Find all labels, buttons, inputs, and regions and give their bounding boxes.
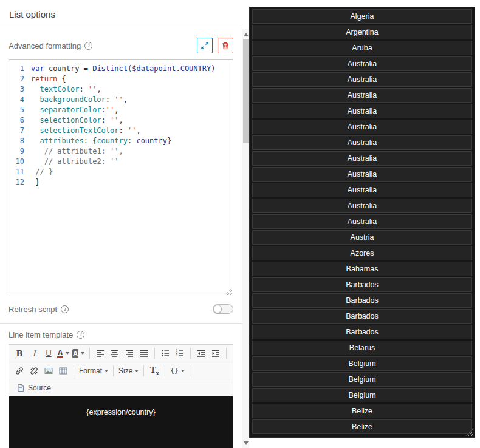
list-item[interactable]: Belgium: [252, 388, 472, 402]
scroll-down-button[interactable]: [242, 439, 250, 447]
toggle-knob: [213, 305, 222, 313]
table-button[interactable]: [57, 364, 70, 378]
line-number: 12: [9, 177, 31, 188]
list-options-panel: List options Advanced formatting i: [0, 0, 242, 448]
list-item[interactable]: Belize: [252, 404, 472, 418]
info-icon-advanced-formatting[interactable]: i: [84, 42, 92, 50]
svg-text:3: 3: [176, 354, 178, 357]
toolbar-separator: [89, 348, 90, 359]
code-line: 2return {: [9, 74, 233, 84]
list-item[interactable]: Belarus: [252, 341, 472, 355]
list-item[interactable]: Barbados: [252, 325, 472, 339]
code-line: 10 // attribute2: '': [9, 157, 233, 167]
align-left-icon: [96, 349, 105, 358]
list-item[interactable]: Barbados: [252, 293, 472, 308]
list-item[interactable]: Algeria: [252, 9, 472, 24]
code-line: 3 textColor: '',: [9, 84, 233, 95]
arcade-code-editor[interactable]: 1var country = Distinct($datapoint.COUNT…: [9, 59, 233, 296]
list-item[interactable]: Barbados: [252, 277, 472, 292]
line-item-template-header: Line item template i: [9, 328, 233, 341]
info-icon-refresh-script[interactable]: i: [61, 305, 69, 313]
decrease-indent-button[interactable]: [194, 347, 208, 360]
list-item[interactable]: Australia: [252, 104, 472, 118]
table-icon: [59, 367, 67, 375]
image-icon: [44, 367, 53, 375]
align-justify-button[interactable]: [137, 347, 151, 360]
list-item[interactable]: Argentina: [252, 25, 472, 39]
toolbar-separator: [74, 365, 74, 376]
link-button[interactable]: [13, 364, 26, 378]
scroll-down-icon: [244, 441, 249, 445]
list-item[interactable]: Barbados: [252, 309, 472, 324]
toolbar-separator: [165, 365, 165, 376]
unlink-icon: [30, 367, 38, 375]
image-button[interactable]: [42, 364, 55, 378]
code-line: 6 selectionColor: '',: [9, 115, 233, 126]
list-item[interactable]: Australia: [252, 88, 472, 103]
list-item[interactable]: Belize: [252, 419, 472, 434]
list-item[interactable]: Australia: [252, 72, 472, 87]
list-preview-panel: AlgeriaArgentinaArubaAustraliaAustraliaA…: [249, 7, 475, 438]
list-item[interactable]: Bahamas: [252, 262, 472, 276]
delete-script-button[interactable]: [218, 38, 233, 53]
templates-icon: {}: [170, 367, 178, 375]
list-item[interactable]: Australia: [252, 199, 472, 213]
line-item-template-label: Line item template: [9, 330, 73, 339]
info-icon-line-item-template[interactable]: i: [77, 331, 84, 339]
remove-format-button[interactable]: Tx: [148, 364, 161, 378]
format-dropdown-label: Format: [79, 367, 102, 375]
underline-button[interactable]: U: [42, 347, 55, 360]
line-number: 3: [9, 84, 31, 95]
refresh-script-label: Refresh script: [9, 305, 57, 314]
source-button[interactable]: Source: [13, 381, 54, 395]
text-color-button[interactable]: A: [57, 347, 70, 360]
line-number: 7: [9, 126, 31, 136]
align-right-button[interactable]: [123, 347, 136, 360]
list-item[interactable]: Australia: [252, 135, 472, 150]
align-left-button[interactable]: [94, 347, 107, 360]
list-item[interactable]: Australia: [252, 151, 472, 166]
unlink-button[interactable]: [27, 364, 41, 378]
list-item[interactable]: Belgium: [252, 372, 472, 387]
editor-resize-handle[interactable]: [225, 288, 232, 295]
code-line: 12 }: [9, 177, 233, 188]
increase-indent-button[interactable]: [209, 347, 222, 360]
scrollbar-thumb[interactable]: [243, 39, 249, 143]
format-dropdown[interactable]: Format: [78, 364, 109, 378]
list-item[interactable]: Azores: [252, 246, 472, 260]
list-item[interactable]: Australia: [252, 120, 472, 134]
list-item[interactable]: Austria: [252, 230, 472, 245]
advanced-formatting-header: Advanced formatting i: [9, 38, 233, 53]
list-item[interactable]: Australia: [252, 214, 472, 229]
expand-editor-button[interactable]: [197, 38, 213, 53]
expand-icon: [201, 41, 209, 50]
code-line: 1var country = Distinct($datapoint.COUNT…: [9, 64, 233, 74]
advanced-formatting-label: Advanced formatting: [9, 41, 81, 50]
bulleted-list-button[interactable]: [159, 347, 172, 360]
code-line: 4 backgroundColor: '',: [9, 95, 233, 105]
increase-indent-icon: [211, 349, 220, 358]
list-item[interactable]: Australia: [252, 183, 472, 197]
align-center-button[interactable]: [108, 347, 122, 360]
list-item[interactable]: Aruba: [252, 41, 472, 55]
line-number: 4: [9, 95, 31, 105]
panel-scrollbar[interactable]: [242, 29, 249, 448]
refresh-script-toggle[interactable]: [213, 304, 233, 314]
templates-dropdown[interactable]: {}: [169, 364, 185, 378]
background-color-icon: A: [72, 349, 78, 358]
text-color-icon: A: [57, 349, 64, 358]
country-rows: AlgeriaArgentinaArubaAustraliaAustraliaA…: [252, 9, 472, 434]
rte-canvas[interactable]: {expression/country}: [9, 396, 233, 448]
list-item[interactable]: Australia: [252, 167, 472, 182]
align-center-icon: [111, 349, 119, 358]
italic-button[interactable]: I: [27, 347, 41, 360]
background-color-button[interactable]: A: [71, 347, 86, 360]
list-item[interactable]: Australia: [252, 56, 472, 71]
decrease-indent-icon: [197, 349, 205, 358]
rte-toolbar-row-1: B I U A A: [9, 345, 233, 362]
list-item[interactable]: Belgium: [252, 356, 472, 371]
numbered-list-button[interactable]: 123: [173, 347, 187, 360]
bold-button[interactable]: B: [13, 347, 26, 360]
size-dropdown[interactable]: Size: [117, 364, 140, 378]
bold-icon: B: [16, 349, 23, 358]
